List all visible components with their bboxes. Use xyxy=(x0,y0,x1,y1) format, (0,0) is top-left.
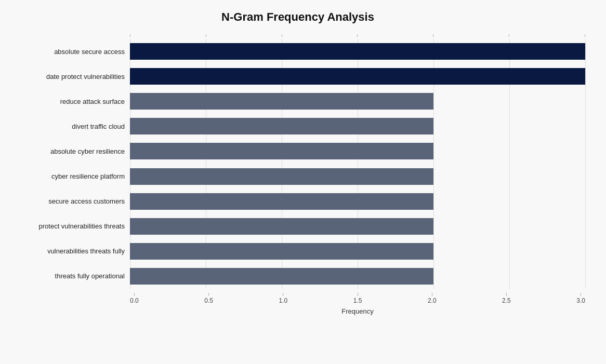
bar-row: secure access customers xyxy=(10,189,585,214)
top-tick xyxy=(585,34,585,37)
bar-track xyxy=(130,43,585,60)
bar-fill xyxy=(130,243,433,260)
bar-track xyxy=(130,193,585,210)
bar-fill xyxy=(130,168,433,185)
x-tick-label: 0.5 xyxy=(204,297,213,304)
top-tick xyxy=(433,34,433,37)
bar-row: date protect vulnerabilities xyxy=(10,64,585,89)
bar-label: absolute secure access xyxy=(10,48,130,56)
x-tick-line xyxy=(432,293,432,296)
bar-fill xyxy=(130,68,585,85)
bar-row: protect vulnerabilities threats xyxy=(10,214,585,239)
bar-row: vulnerabilities threats fully xyxy=(10,239,585,264)
x-tick-label: 1.0 xyxy=(279,297,287,304)
top-axis-ticks xyxy=(130,34,585,37)
top-tick xyxy=(357,34,358,37)
bar-row: absolute secure access xyxy=(10,39,585,64)
bars-section: absolute secure accessdate protect vulne… xyxy=(10,39,585,289)
bar-track xyxy=(130,68,585,85)
bar-fill xyxy=(130,268,433,285)
x-tick-line xyxy=(358,293,358,296)
x-tick: 2.5 xyxy=(502,293,511,304)
bar-label: date protect vulnerabilities xyxy=(10,73,130,80)
bar-fill xyxy=(130,93,433,110)
x-axis-label: Frequency xyxy=(130,307,585,315)
x-tick-line xyxy=(208,293,209,296)
bar-label: secure access customers xyxy=(10,197,130,205)
top-tick xyxy=(130,34,130,37)
x-tick-line xyxy=(506,293,507,296)
x-tick: 3.0 xyxy=(576,293,585,304)
top-tick xyxy=(206,34,206,37)
x-tick-line xyxy=(134,293,135,296)
x-tick-line xyxy=(581,293,581,296)
bar-fill xyxy=(130,43,585,60)
bar-label: threats fully operational xyxy=(10,272,130,280)
x-tick-label: 0.0 xyxy=(130,297,139,304)
x-tick-label: 3.0 xyxy=(576,297,585,304)
bar-track xyxy=(130,168,585,185)
bar-label: vulnerabilities threats fully xyxy=(10,247,130,255)
bar-fill xyxy=(130,143,433,159)
x-tick: 2.0 xyxy=(428,293,437,304)
bar-row: threats fully operational xyxy=(10,264,585,289)
bar-label: protect vulnerabilities threats xyxy=(10,222,130,230)
x-tick: 1.0 xyxy=(279,293,287,304)
top-axis xyxy=(130,34,585,39)
bar-row: reduce attack surface xyxy=(10,89,585,114)
bar-track xyxy=(130,118,585,134)
x-tick-label: 1.5 xyxy=(353,297,362,304)
bar-track xyxy=(130,243,585,260)
bar-label: cyber resilience platform xyxy=(10,172,130,180)
x-tick: 0.0 xyxy=(130,293,139,304)
x-tick: 1.5 xyxy=(353,293,362,304)
bar-fill xyxy=(130,118,433,134)
x-tick-label: 2.0 xyxy=(428,297,437,304)
bar-track xyxy=(130,93,585,110)
chart-container: N-Gram Frequency Analysis absolute secur… xyxy=(0,0,606,364)
bar-track xyxy=(130,268,585,285)
bar-track xyxy=(130,218,585,235)
bar-fill xyxy=(130,218,433,235)
bar-row: divert traffic cloud xyxy=(10,114,585,139)
bar-label: divert traffic cloud xyxy=(10,123,130,130)
chart-area: absolute secure accessdate protect vulne… xyxy=(10,34,585,315)
bar-label: reduce attack surface xyxy=(10,98,130,105)
bar-row: absolute cyber resilience xyxy=(10,139,585,164)
x-tick-label: 2.5 xyxy=(502,297,511,304)
x-axis: 0.00.51.01.52.02.53.0 xyxy=(130,289,585,304)
bar-track xyxy=(130,143,585,159)
top-tick xyxy=(282,34,282,37)
x-axis-ticks: 0.00.51.01.52.02.53.0 xyxy=(130,293,585,304)
bar-fill xyxy=(130,193,433,210)
bar-row: cyber resilience platform xyxy=(10,164,585,188)
top-tick xyxy=(509,34,509,37)
gridline xyxy=(585,39,586,289)
bar-label: absolute cyber resilience xyxy=(10,147,130,155)
x-tick-line xyxy=(283,293,283,296)
x-tick: 0.5 xyxy=(204,293,213,304)
chart-title: N-Gram Frequency Analysis xyxy=(10,10,585,24)
